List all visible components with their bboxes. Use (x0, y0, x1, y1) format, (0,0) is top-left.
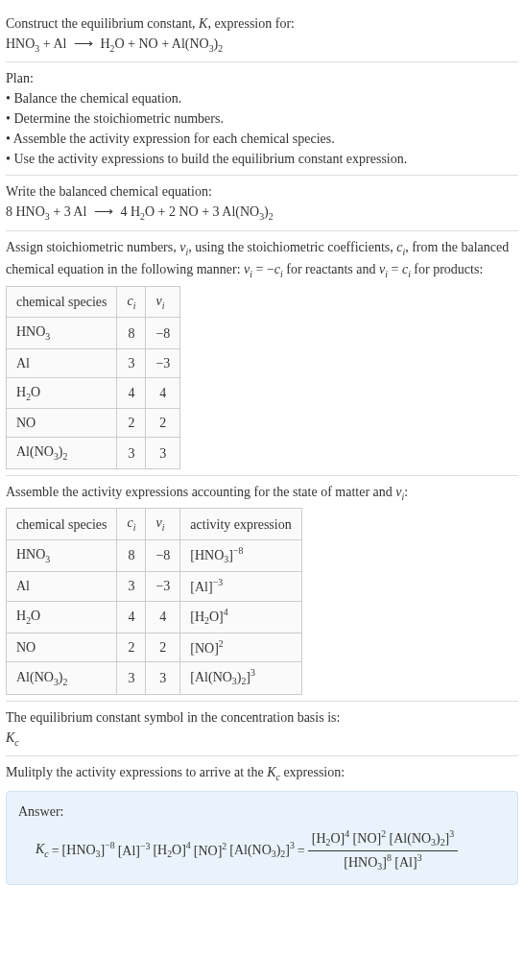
term: O (145, 204, 155, 219)
text: [Al(NO (229, 843, 272, 857)
table-row: HNO3 8 −8 (7, 318, 180, 348)
cell-c: 3 (117, 438, 146, 468)
unbalanced-equation: HNO3 + Al ⟶ H2O + NO + Al(NO3)2 (6, 34, 518, 56)
plan-item: • Assemble the activity expression for e… (6, 129, 518, 149)
col-ci: ci (117, 509, 146, 539)
text: expression: (280, 765, 345, 779)
term: [NO]2 (194, 840, 226, 861)
text: = − (252, 262, 274, 276)
cell-nu: −8 (146, 318, 180, 348)
text: , using the stoichiometric coefficients, (188, 240, 396, 254)
activity-block: Assemble the activity expressions accoun… (6, 476, 518, 702)
superscript: −8 (233, 545, 243, 556)
text: [HNO (62, 843, 96, 857)
superscript: 2 (219, 638, 224, 649)
cell-species: NO (7, 409, 117, 438)
subscript: 2 (269, 211, 274, 222)
table-row: Al 3 −3 (7, 348, 180, 377)
cell-species: H2O (7, 377, 117, 408)
text: = (388, 262, 402, 276)
cell-c: 3 (117, 662, 146, 694)
text: HNO (16, 324, 45, 339)
cell-activity: [NO]2 (180, 633, 301, 662)
arrow-icon: ⟶ (70, 36, 97, 51)
term: 8 HNO (6, 204, 45, 219)
cell-c: 2 (117, 633, 146, 662)
plus: + (158, 36, 172, 51)
cell-nu: 4 (146, 377, 180, 408)
subscript: 2 (218, 43, 223, 54)
plus: + (39, 36, 53, 51)
subscript: c (14, 736, 18, 747)
cell-species: H2O (7, 601, 117, 633)
cell-nu: 3 (146, 438, 180, 468)
text: H (16, 385, 26, 399)
subscript: 2 (62, 451, 67, 462)
kc: Kc (36, 839, 49, 861)
table-row: H2O 4 4 [H2O]4 (7, 601, 302, 633)
superscript: 4 (224, 607, 228, 617)
k: K (6, 730, 14, 745)
superscript: −3 (140, 841, 150, 851)
cell-nu: −3 (146, 348, 180, 377)
text: [NO] (194, 844, 223, 858)
col-nui: νi (146, 509, 180, 539)
balanced-intro: Write the balanced chemical equation: (6, 181, 518, 202)
text: HNO (16, 547, 45, 562)
arrow-icon: ⟶ (90, 204, 117, 219)
subscript: i (133, 300, 136, 311)
cell-c: 2 (117, 409, 146, 438)
species: H (100, 36, 109, 51)
table-row: Al(NO3)2 3 3 [Al(NO3)2]3 (7, 662, 302, 694)
plan-item: • Determine the stoichiometric numbers. (6, 108, 518, 129)
cell-activity: [Al(NO3)2]3 (180, 662, 301, 694)
term: + 3 Al(NO (199, 204, 260, 219)
plan-title: Plan: (6, 68, 518, 88)
text: [HNO (344, 854, 377, 869)
species: Al (53, 36, 66, 51)
text: H (16, 609, 26, 623)
term: + 2 NO (155, 204, 199, 219)
balanced-block: Write the balanced chemical equation: 8 … (6, 176, 518, 230)
k-symbol: K (199, 16, 207, 31)
subscript: 3 (45, 331, 50, 342)
col-species: chemical species (7, 509, 117, 539)
text: Al(NO (16, 670, 54, 684)
cell-activity: [HNO3]−8 (180, 539, 301, 571)
col-species: chemical species (7, 286, 117, 317)
table-row: HNO3 8 −8 [HNO3]−8 (7, 539, 302, 571)
equals: = (52, 841, 60, 861)
text: Assemble the activity expressions accoun… (6, 485, 395, 499)
text: , expression for: (207, 16, 295, 31)
answer-box: Answer: Kc = [HNO3]−8 [Al]−3 [H2O]4 [NO]… (6, 791, 518, 885)
cell-species: Al(NO3)2 (7, 438, 117, 468)
term: [HNO3]−8 (62, 839, 115, 862)
cell-c: 8 (117, 539, 146, 571)
subscript: i (133, 522, 136, 533)
text: [Al] (190, 580, 212, 594)
table-row: Al 3 −3 [Al]−3 (7, 571, 302, 601)
stoich-intro: Assign stoichiometric numbers, νi, using… (6, 237, 518, 282)
table-row: H2O 4 4 (7, 377, 180, 408)
text: for products: (411, 262, 483, 276)
col-ci: ci (117, 286, 146, 317)
answer-title: Answer: (18, 801, 506, 822)
stoich-block: Assign stoichiometric numbers, νi, using… (6, 231, 518, 476)
text: [H (312, 830, 326, 845)
plan-item: • Balance the chemical equation. (6, 88, 518, 108)
species: HNO (6, 36, 35, 51)
cell-species: HNO3 (7, 318, 117, 348)
fraction: [H2O]4 [NO]2 [Al(NO3)2]3 [HNO3]8 [Al]3 (308, 827, 458, 874)
text: Construct the equilibrium constant, (6, 16, 199, 31)
term: [Al]−3 (118, 840, 151, 861)
cell-c: 4 (117, 377, 146, 408)
superscript: 3 (250, 667, 255, 678)
question-block: Construct the equilibrium constant, K, e… (6, 8, 518, 62)
table-header-row: chemical species ci νi activity expressi… (7, 509, 302, 539)
text: [H (153, 843, 167, 857)
superscript: 3 (449, 828, 454, 839)
table-header-row: chemical species ci νi (7, 286, 180, 317)
plus: + (125, 36, 139, 51)
table-row: NO 2 2 (7, 409, 180, 438)
multiply-intro: Mulitply the activity expressions to arr… (6, 762, 518, 784)
